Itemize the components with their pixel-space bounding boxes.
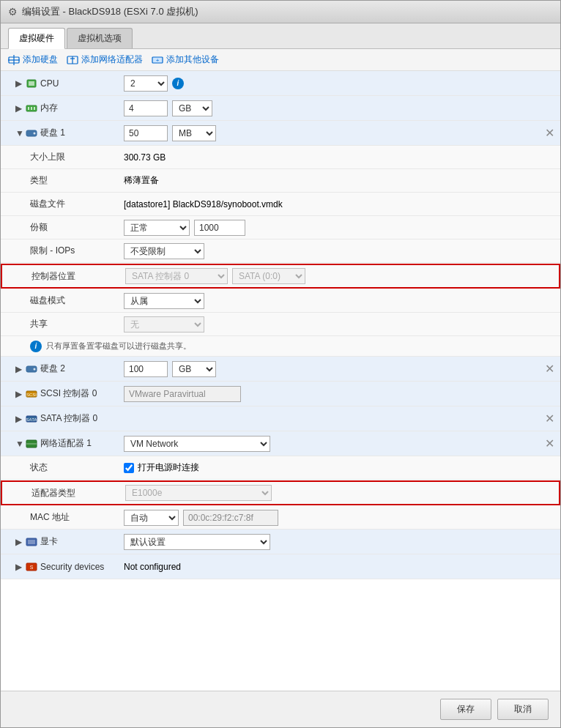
network-remove-button[interactable]: ✕	[539, 437, 560, 450]
hdd1-controller-row: 控制器位置 SATA 控制器 0SCSI 控制器 0 SATA (0:0)SAT…	[1, 264, 560, 289]
cpu-icon	[26, 78, 37, 89]
add-hardware-label: 添加硬盘	[23, 53, 58, 66]
hdd1-limit-value-col: 不受限制	[118, 240, 560, 262]
network-icon	[26, 439, 37, 449]
window-title: 编辑设置 - BlackDS918 (ESXi 7.0 虚拟机)	[22, 5, 198, 18]
scsi-value-col	[118, 383, 560, 405]
hdd1-type-value: 稀薄置备	[118, 171, 560, 190]
sata-remove-button[interactable]: ✕	[539, 412, 560, 426]
hdd1-share2-select[interactable]: 无	[124, 316, 204, 333]
hdd1-diskmode-value-col: 从属独立 - 永久独立 - 非永久	[118, 290, 560, 312]
svg-rect-12	[31, 107, 32, 110]
hdd1-shareinfo-value: i 只有厚置备置零磁盘可以进行磁盘共享。	[1, 338, 560, 355]
cpu-label: CPU	[40, 78, 59, 89]
sata-expand[interactable]: ▶	[15, 414, 23, 424]
memory-unit-select[interactable]: GBMB	[172, 100, 212, 116]
hdd1-diskmode-select[interactable]: 从属独立 - 永久独立 - 非永久	[124, 293, 204, 309]
network-adapter-value-col: E1000eVMXNET3E1000	[119, 482, 559, 504]
hdd1-limit-select[interactable]: 不受限制	[124, 243, 204, 259]
cpu-expand[interactable]: ▶	[15, 78, 23, 89]
network-mac-mode-select[interactable]: 自动手动	[124, 510, 179, 526]
network-connect-checkbox[interactable]	[124, 463, 134, 473]
footer: 保存 取消	[1, 691, 560, 727]
save-button[interactable]: 保存	[440, 699, 491, 720]
hdd2-expand[interactable]: ▶	[15, 364, 23, 374]
security-value: Not configured	[124, 562, 181, 572]
svg-point-17	[34, 368, 36, 370]
scsi-expand[interactable]: ▶	[15, 389, 23, 399]
add-hardware-button[interactable]: 添加硬盘	[8, 53, 58, 66]
security-expand[interactable]: ▶	[15, 562, 23, 572]
hdd1-unit-select[interactable]: MBGBTB	[172, 125, 216, 141]
network-value-col: VM Network其他网络	[118, 433, 539, 455]
security-label: Security devices	[40, 562, 104, 572]
svg-text:SATA: SATA	[26, 417, 37, 422]
hdd1-label-col: ▼ 硬盘 1	[1, 123, 118, 143]
network-mac-row: MAC 地址 自动手动	[1, 506, 560, 530]
sata-value-col	[118, 416, 539, 422]
network-label: 网络适配器 1	[40, 437, 92, 450]
gpu-icon	[26, 537, 37, 547]
network-mac-label: MAC 地址	[1, 508, 118, 527]
title-bar: ⚙ 编辑设置 - BlackDS918 (ESXi 7.0 虚拟机)	[1, 1, 560, 23]
gpu-label: 显卡	[40, 535, 58, 548]
scsi-icon: SCSI	[26, 389, 37, 399]
hdd1-diskmode-row: 磁盘模式 从属独立 - 永久独立 - 非永久	[1, 289, 560, 313]
hdd1-share-select[interactable]: 正常低高自定义	[124, 220, 190, 236]
hdd1-share2-value-col: 无	[118, 313, 560, 335]
memory-label-col: ▶ 内存	[1, 98, 118, 118]
gpu-label-col: ▶ 显卡	[1, 532, 118, 551]
hdd1-maxsize-value: 300.73 GB	[118, 149, 560, 166]
main-window: ⚙ 编辑设置 - BlackDS918 (ESXi 7.0 虚拟机) 虚拟硬件 …	[0, 0, 561, 728]
hdd2-size-input[interactable]	[124, 361, 168, 377]
hdd1-share-label: 份额	[1, 218, 118, 237]
svg-text:S: S	[30, 565, 34, 570]
add-other-button[interactable]: + 添加其他设备	[152, 53, 219, 66]
hdd1-label: 硬盘 1	[40, 127, 65, 139]
network-expand[interactable]: ▼	[15, 439, 23, 449]
sata-label-col: ▶ SATA SATA 控制器 0	[1, 409, 118, 428]
cpu-value-col: 2148 i	[118, 73, 560, 94]
hdd2-row: ▶ 硬盘 2 GBMBTB ✕	[1, 357, 560, 382]
hdd1-share-num-input[interactable]	[194, 220, 245, 236]
memory-row: ▶ 内存 GBMB	[1, 96, 560, 121]
gpu-value-col: 默认设置	[118, 531, 560, 553]
network-select[interactable]: VM Network其他网络	[124, 436, 270, 452]
cancel-button[interactable]: 取消	[497, 699, 549, 720]
add-network-button[interactable]: 添加网络适配器	[67, 53, 143, 66]
tab-virtual-hardware[interactable]: 虚拟硬件	[8, 28, 65, 49]
scsi-value-input[interactable]	[124, 386, 241, 402]
hdd1-row: ▼ 硬盘 1 MBGBTB ✕	[1, 121, 560, 146]
gpu-select[interactable]: 默认设置	[124, 534, 270, 550]
memory-expand[interactable]: ▶	[15, 103, 23, 114]
hdd2-remove-button[interactable]: ✕	[539, 362, 560, 376]
hdd1-size-input[interactable]	[124, 125, 168, 141]
hdd1-value-col: MBGBTB	[118, 122, 539, 144]
hdd1-controller-loc-select[interactable]: SATA (0:0)SATA (0:1)	[232, 268, 305, 284]
svg-rect-9	[29, 81, 34, 86]
hdd1-controller-value-col: SATA 控制器 0SCSI 控制器 0 SATA (0:0)SATA (0:1…	[119, 265, 559, 287]
network-adapter-select[interactable]: E1000eVMXNET3E1000	[125, 485, 272, 501]
tab-vm-options[interactable]: 虚拟机选项	[67, 28, 133, 48]
network-adapter-row: 适配器类型 E1000eVMXNET3E1000	[1, 480, 560, 505]
svg-rect-25	[28, 540, 35, 544]
network-status-checkbox-wrap: 打开电源时连接	[124, 461, 199, 474]
network-label-col: ▼ 网络适配器 1	[1, 434, 118, 453]
sata-icon: SATA	[26, 414, 37, 424]
network-mac-input[interactable]	[183, 510, 278, 526]
hdd2-unit-select[interactable]: GBMBTB	[172, 361, 216, 377]
add-other-label: 添加其他设备	[166, 53, 219, 66]
network-mac-value-col: 自动手动	[118, 507, 560, 529]
hdd1-expand[interactable]: ▼	[15, 128, 23, 138]
hdd1-diskfile-value: [datastore1] BlackDS918/synoboot.vmdk	[118, 196, 560, 212]
hdd1-remove-button[interactable]: ✕	[539, 126, 560, 140]
window-icon: ⚙	[8, 6, 18, 18]
gpu-expand[interactable]: ▶	[15, 537, 23, 547]
sata-row: ▶ SATA SATA 控制器 0 ✕	[1, 406, 560, 431]
cpu-count-select[interactable]: 2148	[124, 75, 168, 92]
tab-bar: 虚拟硬件 虚拟机选项	[1, 23, 560, 49]
hdd1-controller-select[interactable]: SATA 控制器 0SCSI 控制器 0	[125, 268, 228, 284]
hdd2-value-col: GBMBTB	[118, 358, 539, 380]
memory-value-input[interactable]	[124, 100, 168, 116]
hdd1-share-row: 份额 正常低高自定义	[1, 216, 560, 239]
